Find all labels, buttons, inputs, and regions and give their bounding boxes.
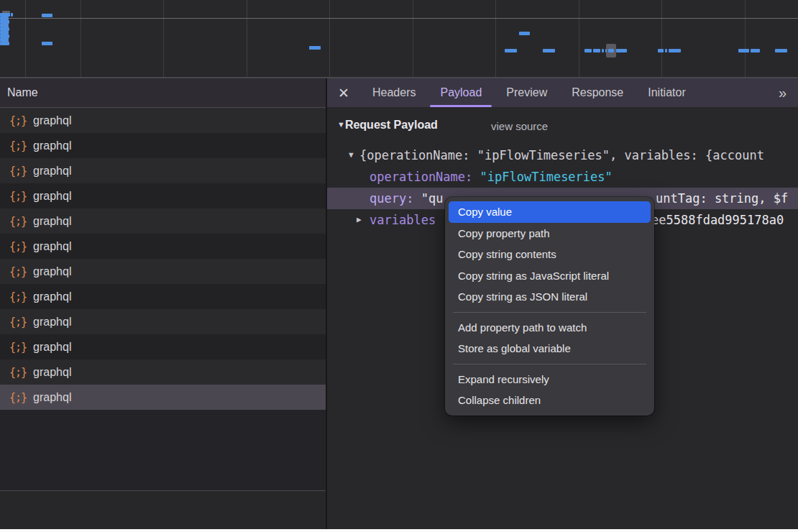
- payload-root-row[interactable]: ▼ {operationName: "ipFlowTimeseries", va…: [327, 145, 798, 166]
- overview-gridline: [579, 0, 579, 77]
- request-row[interactable]: {;}graphql: [0, 309, 326, 334]
- waterfall-bar[interactable]: [669, 49, 681, 52]
- request-name-label: graphql: [33, 215, 71, 228]
- menu-item-copy-value[interactable]: Copy value: [449, 201, 651, 223]
- json-braces-icon: {;}: [9, 341, 27, 354]
- property-key: variables: [370, 209, 436, 231]
- json-braces-icon: {;}: [9, 215, 27, 228]
- overview-gridline: [661, 0, 662, 77]
- request-row[interactable]: {;}graphql: [0, 133, 326, 158]
- tab-payload[interactable]: Payload: [428, 78, 494, 107]
- request-name-label: graphql: [33, 341, 71, 354]
- details-tab-bar: ✕ HeadersPayloadPreviewResponseInitiator…: [327, 78, 798, 107]
- overview-gridline: [495, 0, 496, 77]
- request-row[interactable]: {;}graphql: [0, 259, 326, 284]
- json-braces-icon: {;}: [9, 114, 27, 127]
- request-row[interactable]: {;}graphql: [0, 158, 326, 183]
- menu-item-expand-recursively[interactable]: Expand recursively: [449, 369, 651, 390]
- collapse-triangle-icon[interactable]: ▼: [349, 145, 354, 166]
- tab-initiator[interactable]: Initiator: [636, 78, 697, 107]
- request-row[interactable]: {;}graphql: [0, 334, 326, 359]
- json-braces-icon: {;}: [9, 290, 27, 303]
- request-name-label: graphql: [33, 265, 71, 278]
- request-row[interactable]: {;}graphql: [0, 385, 326, 410]
- request-row[interactable]: {;}graphql: [0, 108, 326, 133]
- property-value-right-fragment: untTag: string, $f: [656, 188, 788, 209]
- overview-gridline: [163, 0, 164, 77]
- name-column-header[interactable]: Name: [0, 78, 326, 108]
- request-row[interactable]: {;}graphql: [0, 183, 326, 208]
- property-key: operationName:: [370, 170, 472, 184]
- menu-item-copy-property-path[interactable]: Copy property path: [449, 223, 651, 244]
- waterfall-bar[interactable]: [309, 46, 321, 50]
- waterfall-bar[interactable]: [0, 42, 9, 45]
- active-tab-underline: [430, 105, 492, 107]
- waterfall-bar[interactable]: [593, 49, 600, 52]
- json-braces-icon: {;}: [9, 366, 27, 379]
- property-value-string: "ipFlowTimeseries": [480, 170, 613, 184]
- more-tabs-icon[interactable]: »: [779, 85, 798, 101]
- waterfall-bar[interactable]: [775, 49, 787, 52]
- menu-item-copy-string-as-json-literal[interactable]: Copy string as JSON literal: [449, 286, 651, 308]
- waterfall-bar[interactable]: [42, 42, 52, 45]
- context-menu: Copy valueCopy property pathCopy string …: [445, 197, 654, 416]
- request-name-label: graphql: [33, 366, 71, 379]
- name-column-label: Name: [7, 86, 38, 99]
- summary-footer: [0, 491, 326, 529]
- bottom-edge-strip: [0, 529, 798, 532]
- request-name-label: graphql: [33, 114, 71, 127]
- overview-gridline: [413, 0, 413, 77]
- json-braces-icon: {;}: [9, 265, 27, 278]
- menu-item-collapse-children[interactable]: Collapse children: [449, 390, 651, 411]
- request-name-label: graphql: [33, 165, 71, 178]
- request-list: {;}graphql{;}graphql{;}graphql{;}graphql…: [0, 108, 326, 410]
- tab-preview[interactable]: Preview: [494, 78, 559, 107]
- waterfall-bar[interactable]: [608, 49, 614, 52]
- menu-item-copy-string-contents[interactable]: Copy string contents: [449, 244, 651, 265]
- request-row[interactable]: {;}graphql: [0, 234, 326, 259]
- json-braces-icon: {;}: [9, 190, 27, 203]
- network-overview: [0, 0, 798, 78]
- json-braces-icon: {;}: [9, 391, 27, 404]
- request-list-panel: Name {;}graphql{;}graphql{;}graphql{;}gr…: [0, 78, 327, 529]
- devtools-network-panel: Name {;}graphql{;}graphql{;}graphql{;}gr…: [0, 0, 798, 532]
- request-row[interactable]: {;}graphql: [0, 359, 326, 385]
- waterfall-bar[interactable]: [505, 49, 517, 52]
- property-key: query:: [370, 191, 413, 206]
- close-icon[interactable]: ✕: [327, 85, 360, 101]
- waterfall-bar[interactable]: [616, 49, 627, 52]
- waterfall-bar[interactable]: [602, 49, 604, 52]
- waterfall-bar[interactable]: [751, 49, 760, 52]
- request-name-label: graphql: [33, 190, 71, 203]
- waterfall-bar[interactable]: [665, 49, 667, 52]
- waterfall-bar[interactable]: [584, 49, 592, 52]
- waterfall-bar[interactable]: [11, 13, 13, 17]
- waterfall-bar[interactable]: [605, 49, 607, 52]
- request-payload-section-header: ▼Request Payload: [337, 119, 438, 136]
- menu-item-add-property-path-to-watch[interactable]: Add property path to watch: [449, 317, 651, 339]
- waterfall-bar[interactable]: [738, 49, 749, 52]
- request-row[interactable]: {;}graphql: [0, 284, 326, 309]
- tab-headers[interactable]: Headers: [360, 78, 428, 107]
- overview-lane-divider: [0, 18, 798, 19]
- request-name-label: graphql: [33, 391, 71, 404]
- view-source-link[interactable]: view source: [491, 120, 548, 132]
- collapse-triangle-icon[interactable]: ▼: [337, 120, 345, 129]
- menu-item-store-as-global-variable[interactable]: Store as global variable: [449, 338, 651, 359]
- waterfall-bar[interactable]: [42, 14, 52, 17]
- json-braces-icon: {;}: [9, 240, 27, 253]
- waterfall-bar[interactable]: [519, 32, 530, 35]
- menu-item-copy-string-as-javascript-literal[interactable]: Copy string as JavaScript literal: [449, 265, 651, 287]
- request-row[interactable]: {;}graphql: [0, 208, 326, 234]
- overview-gridline: [81, 0, 81, 77]
- request-payload-title: Request Payload: [345, 119, 438, 131]
- json-braces-icon: {;}: [9, 316, 27, 329]
- waterfall-bar[interactable]: [543, 49, 555, 52]
- expand-triangle-icon[interactable]: ▶: [357, 209, 362, 231]
- overview-gridline: [745, 0, 746, 77]
- payload-row-operationname[interactable]: operationName: "ipFlowTimeseries": [327, 166, 798, 188]
- overview-gridline: [329, 0, 330, 77]
- waterfall-bar[interactable]: [658, 49, 664, 52]
- tab-response[interactable]: Response: [559, 78, 636, 107]
- request-name-label: graphql: [33, 139, 71, 152]
